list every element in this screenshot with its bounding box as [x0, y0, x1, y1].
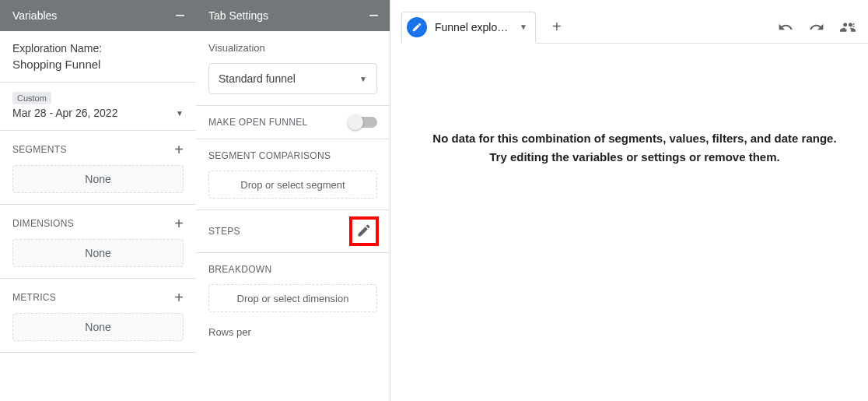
chevron-down-icon[interactable]: ▼ — [520, 23, 527, 31]
segments-none[interactable]: None — [12, 165, 184, 193]
breakdown-section: BREAKDOWN Drop or select dimension Rows … — [196, 253, 390, 349]
date-range-value: Mar 28 - Apr 26, 2022 — [12, 107, 117, 119]
dimensions-title: DIMENSIONS — [12, 218, 74, 229]
open-funnel-section: MAKE OPEN FUNNEL — [196, 106, 390, 139]
no-data-message: No data for this combination of segments… — [401, 129, 868, 167]
breakdown-dropzone[interactable]: Drop or select dimension — [208, 284, 377, 312]
edit-steps-button[interactable] — [349, 216, 379, 246]
visualization-value: Standard funnel — [219, 72, 296, 85]
collapse-tab-settings-button[interactable]: − — [367, 7, 380, 24]
collapse-variables-button[interactable]: − — [173, 7, 187, 24]
variables-panel: Variables − Exploration Name: Shopping F… — [0, 0, 196, 401]
exploration-name-input[interactable]: Shopping Funnel — [12, 58, 184, 71]
segment-comparisons-section: SEGMENT COMPARISONS Drop or select segme… — [196, 139, 390, 210]
no-data-line2: Try editing the variables or settings or… — [417, 148, 852, 167]
share-button[interactable] — [838, 18, 857, 37]
dimensions-section: DIMENSIONS + None — [0, 205, 196, 279]
exploration-name-label: Exploration Name: — [12, 42, 184, 55]
visualization-label: Visualization — [208, 42, 377, 54]
tab-bar: Funnel explor… ▼ + — [401, 0, 868, 44]
add-segment-button[interactable]: + — [174, 142, 184, 157]
segments-section: SEGMENTS + None — [0, 131, 196, 205]
steps-section: STEPS — [196, 210, 390, 253]
exploration-name-section: Exploration Name: Shopping Funnel — [0, 31, 196, 83]
segment-comparisons-dropzone[interactable]: Drop or select segment — [208, 171, 377, 199]
tab-settings-title: Tab Settings — [208, 9, 268, 22]
steps-title: STEPS — [208, 226, 240, 237]
tab-funnel-exploration[interactable]: Funnel explor… ▼ — [401, 12, 536, 44]
tab-settings-panel: Tab Settings − Visualization Standard fu… — [196, 0, 390, 401]
edit-icon — [407, 17, 427, 37]
metrics-section: METRICS + None — [0, 279, 196, 353]
add-tab-button[interactable]: + — [544, 14, 570, 40]
metrics-title: METRICS — [12, 292, 56, 303]
dimensions-none[interactable]: None — [12, 239, 184, 267]
toggle-knob — [348, 114, 363, 130]
undo-button[interactable] — [776, 18, 795, 37]
chevron-down-icon: ▼ — [176, 109, 184, 118]
breakdown-title: BREAKDOWN — [208, 264, 377, 275]
variables-title: Variables — [12, 9, 57, 22]
no-data-line1: No data for this combination of segments… — [417, 129, 852, 148]
visualization-section: Visualization Standard funnel ▼ — [196, 31, 390, 106]
tab-settings-header: Tab Settings − — [196, 0, 390, 31]
redo-button[interactable] — [807, 18, 826, 37]
pencil-icon — [356, 223, 372, 241]
canvas-area: Funnel explor… ▼ + No data for this comb… — [390, 0, 868, 401]
date-custom-badge: Custom — [12, 92, 51, 104]
tab-title: Funnel explor… — [435, 21, 509, 33]
make-open-funnel-toggle[interactable] — [349, 117, 377, 128]
chevron-down-icon: ▼ — [359, 75, 367, 83]
add-dimension-button[interactable]: + — [174, 216, 184, 231]
rows-per-label: Rows per — [208, 326, 377, 338]
variables-header: Variables − — [0, 0, 196, 31]
segment-comparisons-title: SEGMENT COMPARISONS — [208, 150, 377, 161]
make-open-funnel-label: MAKE OPEN FUNNEL — [208, 117, 308, 128]
date-range-section[interactable]: Custom Mar 28 - Apr 26, 2022 ▼ — [0, 83, 196, 131]
metrics-none[interactable]: None — [12, 313, 184, 341]
visualization-select[interactable]: Standard funnel ▼ — [208, 63, 377, 94]
segments-title: SEGMENTS — [12, 144, 67, 155]
add-metric-button[interactable]: + — [174, 290, 184, 305]
